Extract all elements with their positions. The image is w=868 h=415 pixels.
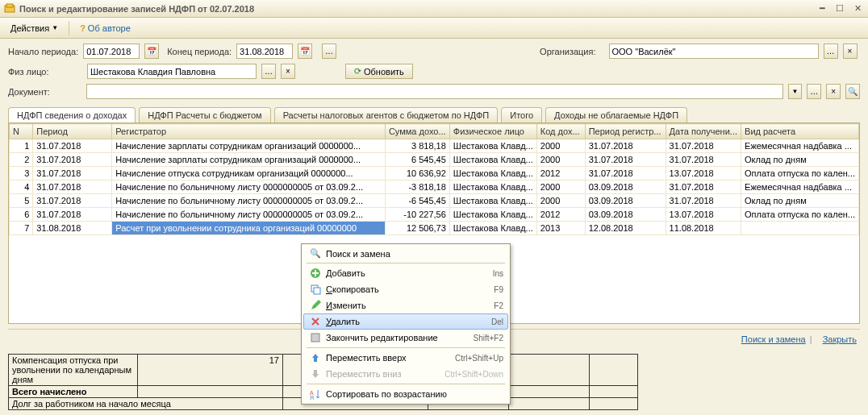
table-row[interactable]: 531.07.2018Начисление по больничному лис… [10,194,859,208]
org-select-button[interactable]: … [824,44,838,59]
tab-nontax-income[interactable]: Доходы не облагаемые НДФП [545,107,687,122]
ctx-delete[interactable]: Удалить Del [303,313,508,330]
period-end-input[interactable] [236,44,293,59]
table-row[interactable]: 231.07.2018Начисление зарплаты сотрудник… [10,153,859,167]
fiz-input[interactable] [87,64,257,79]
col-sum[interactable]: Сумма дохо... [385,124,449,139]
toolbar: Действия ▼ ? Об авторе [0,18,868,39]
svg-rect-1 [6,4,13,7]
link-separator: | [810,334,812,344]
add-icon [308,268,323,279]
sort-asc-icon: AЯ [308,388,323,400]
titlebar: Поиск и редактирование записей НДФП от 0… [0,0,868,18]
table-row[interactable]: 131.07.2018Начисление зарплаты сотрудник… [10,139,859,153]
calendar-icon[interactable]: 📅 [144,44,159,59]
chevron-down-icon: ▼ [52,24,58,31]
fiz-label: Физ лицо: [8,67,82,77]
help-icon: ? [80,23,86,33]
grid-header-row: N Период Регистратор Сумма дохо... Физич… [10,124,859,139]
toolbar-separator [69,21,69,35]
doc-clear-button[interactable]: × [826,84,841,99]
tab-strip: НДФП сведения о доходах НДФП Расчеты с б… [0,104,868,122]
menu-separator [307,384,505,384]
doc-dropdown-button[interactable]: ▼ [788,84,803,99]
delete-icon [308,316,323,327]
about-label: Об авторе [88,23,131,33]
search-replace-link[interactable]: Поиск и замена [741,334,806,344]
window-title: Поиск и редактирование записей НДФП от 0… [19,4,815,14]
col-regper[interactable]: Период регистр... [585,124,666,139]
ctx-move-down: Переместить вниз Ctrl+Shift+Down [303,366,508,382]
edit-icon [308,300,323,311]
context-menu: 🔍 Поиск и замена Добавить Ins Скопироват… [301,243,511,405]
refresh-icon: ⟳ [354,66,361,77]
svg-text:Я: Я [310,395,314,400]
calendar-icon[interactable]: 📅 [298,44,312,59]
col-fiz[interactable]: Физическое лицо [449,124,536,139]
finish-icon [308,332,323,343]
table-row[interactable]: 331.07.2018Начисление отпуска сотрудника… [10,167,859,181]
table-row[interactable]: 431.07.2018Начисление по больничному лис… [10,181,859,194]
ctx-copy[interactable]: Скопировать F9 [303,281,508,297]
table-row[interactable]: 631.07.2018Начисление по больничному лис… [10,208,859,222]
doc-input[interactable] [86,84,782,99]
close-button[interactable]: ✕ [850,2,865,15]
table-row[interactable]: 731.08.2018Расчет при увольнении сотрудн… [10,222,859,235]
tab-income-info[interactable]: НДФП сведения о доходах [8,107,136,122]
svg-rect-5 [311,334,319,342]
actions-menu[interactable]: Действия ▼ [5,21,64,35]
menu-separator [307,347,505,348]
tab-total[interactable]: Итого [501,107,542,122]
summary-label: Компенсация отпуска при увольнении по ка… [9,355,138,386]
summary-total-label: Всего начислено [9,386,138,398]
ctx-finish-edit[interactable]: Закончить редактирование Shift+F2 [303,330,508,346]
period-end-label: Конец периода: [167,47,232,56]
col-vid[interactable]: Вид расчета [741,124,859,139]
doc-search-button[interactable]: 🔍 [845,84,860,99]
close-link[interactable]: Закрыть [823,334,857,344]
date-pick-button[interactable]: … [322,44,336,59]
arrow-up-icon [308,352,323,363]
col-code[interactable]: Код дох... [536,124,585,139]
about-button[interactable]: ? Об авторе [74,21,136,35]
tab-tax-agents[interactable]: Расчеты налоговых агентов с бюджетом по … [274,107,499,122]
minimize-button[interactable]: ━ [815,2,829,15]
search-icon: 🔍 [308,248,323,259]
col-reg[interactable]: Регистратор [112,124,386,139]
period-start-input[interactable] [83,44,140,59]
ctx-add[interactable]: Добавить Ins [303,265,508,281]
period-start-label: Начало периода: [8,47,78,56]
org-label: Организация: [540,47,595,56]
maximize-button[interactable]: ☐ [833,2,847,15]
copy-icon [308,284,323,295]
app-icon [3,2,16,15]
filters-panel: Начало периода: 📅 Конец периода: 📅 … Орг… [0,39,868,99]
doc-label: Документ: [8,87,81,97]
col-n[interactable]: N [10,124,33,139]
ctx-edit[interactable]: Изменить F2 [303,297,508,313]
svg-rect-4 [314,288,320,294]
org-input[interactable] [609,44,819,59]
org-clear-button[interactable]: × [843,44,858,59]
doc-select-button[interactable]: … [807,84,821,99]
fiz-select-button[interactable]: … [261,64,276,79]
ctx-search-replace[interactable]: 🔍 Поиск и замена [303,246,508,261]
refresh-button[interactable]: ⟳ Обновить [345,64,413,79]
refresh-label: Обновить [364,67,404,77]
arrow-down-icon [308,368,323,380]
col-period[interactable]: Период [33,124,112,139]
fiz-clear-button[interactable]: × [281,64,295,79]
col-dpol[interactable]: Дата получени... [666,124,741,139]
summary-value: 17 [138,355,283,386]
menu-separator [307,263,505,264]
ctx-move-up[interactable]: Переместить вверх Ctrl+Shift+Up [303,350,508,366]
actions-label: Действия [10,23,49,33]
ctx-sort-asc[interactable]: AЯ Сортировать по возрастанию [303,386,508,402]
summary-debt-label: Долг за работником на начало месяца [9,398,283,410]
tab-budget-calc[interactable]: НДФП Расчеты с бюджетом [139,107,270,122]
